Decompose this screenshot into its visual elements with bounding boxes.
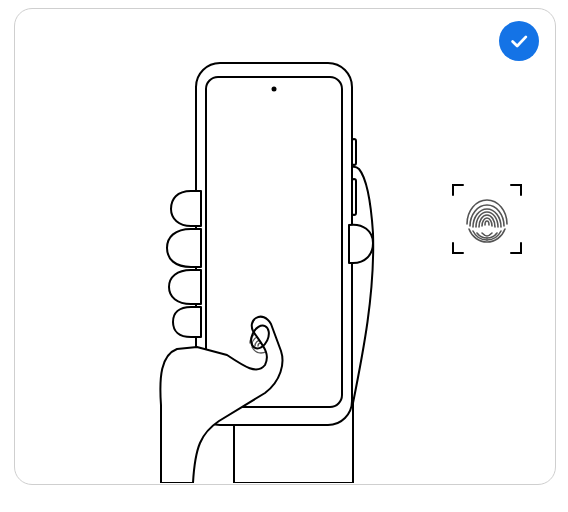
svg-rect-4 [352,179,356,215]
svg-point-2 [272,87,277,92]
success-badge [499,21,539,61]
fingerprint-usage-illustration [133,53,453,483]
svg-rect-3 [352,139,356,165]
fingerprint-icon [467,200,507,242]
fingerprint-target [447,179,527,259]
instruction-card [14,8,556,485]
check-icon [508,30,530,52]
